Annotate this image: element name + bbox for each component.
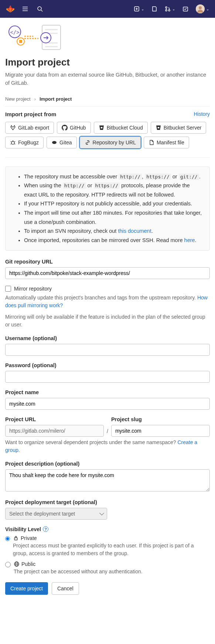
todos-icon[interactable] <box>180 3 191 15</box>
source-gitea[interactable]: Gitea <box>47 137 76 148</box>
gitea-icon <box>51 140 57 145</box>
project-url-label: Project URL <box>5 416 104 422</box>
top-navbar: ⌄ ⌄ ⌄ <box>0 0 215 18</box>
svg-text:</>: </> <box>10 29 19 35</box>
issues-icon[interactable] <box>149 3 160 15</box>
visibility-public-label: Public <box>21 561 35 567</box>
svg-line-31 <box>14 144 15 144</box>
breadcrumb-parent[interactable]: New project <box>5 96 31 102</box>
username-label: Username (optional) <box>5 335 210 341</box>
git-url-input[interactable] <box>5 267 210 279</box>
import-from-title: Import project from <box>5 111 56 117</box>
svg-rect-33 <box>14 538 17 540</box>
visibility-public-radio[interactable] <box>5 562 11 567</box>
mirror-label: Mirror repository <box>14 286 52 292</box>
source-bitbucket-server[interactable]: Bitbucket Server <box>151 122 207 134</box>
divider <box>5 157 210 158</box>
project-url-input <box>5 425 104 437</box>
hamburger-menu-icon[interactable] <box>19 3 31 15</box>
visibility-private-radio[interactable] <box>5 536 10 541</box>
gitlab-logo[interactable] <box>4 3 16 15</box>
source-fogbugz[interactable]: FogBugz <box>5 137 44 148</box>
avatar <box>196 4 205 13</box>
password-label: Password (optional) <box>5 362 210 368</box>
source-bitbucket-cloud[interactable]: Bitbucket Cloud <box>94 122 148 134</box>
project-name-input[interactable] <box>5 398 210 410</box>
svg-point-13 <box>199 6 202 9</box>
bitbucket-icon <box>99 125 105 131</box>
github-icon <box>62 125 68 131</box>
mirror-help: Automatically update this project's bran… <box>5 294 210 309</box>
description-textarea[interactable]: Thou shalt keep the code here for mysite… <box>5 469 210 492</box>
link-icon <box>85 140 91 145</box>
visibility-public-desc: The project can be accessed without any … <box>14 568 143 576</box>
svg-point-26 <box>11 141 14 144</box>
username-input[interactable] <box>5 344 210 356</box>
deploy-target-select[interactable]: Select the deployment target <box>5 508 107 520</box>
import-hero-illustration: </> <box>5 23 210 57</box>
cancel-button[interactable]: Cancel <box>52 582 79 595</box>
file-icon <box>149 140 154 145</box>
breadcrumb: New project › Import project <box>5 96 210 107</box>
svg-point-32 <box>52 141 57 144</box>
visibility-label: Visibility Level <box>5 526 41 532</box>
source-gitlab-export[interactable]: GitLab export <box>5 122 54 134</box>
svg-rect-25 <box>19 40 22 43</box>
svg-line-30 <box>11 144 11 144</box>
create-menu[interactable]: ⌄ <box>132 4 146 13</box>
gitlab-icon <box>10 125 16 131</box>
page-subtitle: Migrate your data from an external sourc… <box>5 71 210 87</box>
visibility-private-label: Private <box>21 535 37 541</box>
history-link[interactable]: History <box>194 111 210 117</box>
create-project-button[interactable]: Create project <box>5 582 48 595</box>
search-icon[interactable] <box>34 3 46 15</box>
chevron-right-icon: › <box>34 96 36 102</box>
svg-line-28 <box>11 141 11 142</box>
project-slug-label: Project slug <box>111 416 210 422</box>
page-title: Import project <box>5 57 210 68</box>
mirror-note: Mirroring will only be available if the … <box>5 313 210 329</box>
svg-line-29 <box>14 141 15 142</box>
namespace-help: Want to organize several dependent proje… <box>5 439 210 454</box>
svg-point-3 <box>38 7 41 10</box>
help-icon[interactable]: ? <box>43 526 48 532</box>
svg-point-8 <box>165 7 167 8</box>
mirror-checkbox[interactable] <box>5 286 11 292</box>
source-github[interactable]: GitHub <box>57 122 91 134</box>
bug-icon <box>10 140 16 145</box>
svn-doc-link[interactable]: this document <box>118 228 151 234</box>
lock-icon <box>13 535 19 541</box>
url-separator: / <box>107 428 108 434</box>
mirror-doc-link[interactable]: here <box>184 237 195 243</box>
project-name-label: Project name <box>5 389 210 395</box>
svg-point-10 <box>168 10 170 11</box>
bitbucket-icon <box>156 125 161 131</box>
password-input[interactable] <box>5 371 210 383</box>
description-label: Project description (optional) <box>5 461 210 467</box>
source-manifest[interactable]: Manifest file <box>144 137 189 148</box>
deploy-target-label: Project deployment target (optional) <box>5 499 210 505</box>
import-source-group: GitLab export GitHub Bitbucket Cloud Bit… <box>5 122 210 148</box>
source-repo-by-url[interactable]: Repository by URL <box>80 137 141 148</box>
visibility-private-desc: Project access must be granted explicitl… <box>13 542 210 557</box>
import-info-box: The repository must be accessible over h… <box>5 167 210 251</box>
git-url-label: Git repository URL <box>5 259 210 265</box>
globe-icon <box>14 561 20 567</box>
svg-point-9 <box>165 10 167 11</box>
breadcrumb-current: Import project <box>40 96 72 102</box>
svg-line-4 <box>41 10 42 11</box>
project-slug-input[interactable] <box>111 425 210 437</box>
merge-requests-icon[interactable]: ⌄ <box>163 4 177 13</box>
user-menu[interactable]: ⌄ <box>194 3 211 15</box>
